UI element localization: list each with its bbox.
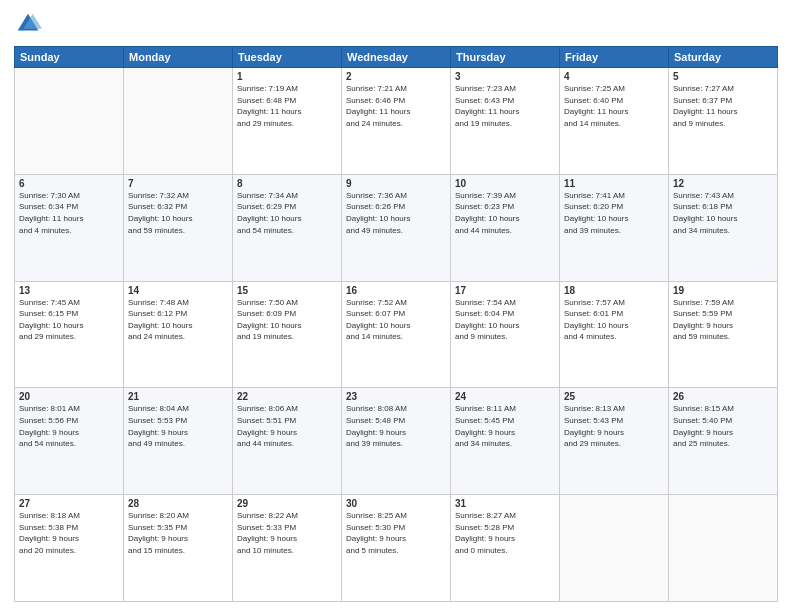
day-info: Sunrise: 8:04 AM Sunset: 5:53 PM Dayligh… [128,403,228,449]
calendar-cell [124,68,233,175]
day-number: 15 [237,285,337,296]
day-number: 17 [455,285,555,296]
day-number: 8 [237,178,337,189]
day-number: 18 [564,285,664,296]
calendar-cell [560,495,669,602]
day-info: Sunrise: 7:57 AM Sunset: 6:01 PM Dayligh… [564,297,664,343]
day-info: Sunrise: 7:21 AM Sunset: 6:46 PM Dayligh… [346,83,446,129]
day-info: Sunrise: 7:48 AM Sunset: 6:12 PM Dayligh… [128,297,228,343]
calendar-cell: 21Sunrise: 8:04 AM Sunset: 5:53 PM Dayli… [124,388,233,495]
calendar-cell [15,68,124,175]
day-number: 16 [346,285,446,296]
day-number: 14 [128,285,228,296]
calendar-week-5: 27Sunrise: 8:18 AM Sunset: 5:38 PM Dayli… [15,495,778,602]
calendar-cell: 5Sunrise: 7:27 AM Sunset: 6:37 PM Daylig… [669,68,778,175]
calendar-cell: 29Sunrise: 8:22 AM Sunset: 5:33 PM Dayli… [233,495,342,602]
calendar-week-2: 6Sunrise: 7:30 AM Sunset: 6:34 PM Daylig… [15,174,778,281]
day-number: 2 [346,71,446,82]
day-number: 19 [673,285,773,296]
calendar-cell: 27Sunrise: 8:18 AM Sunset: 5:38 PM Dayli… [15,495,124,602]
day-info: Sunrise: 7:39 AM Sunset: 6:23 PM Dayligh… [455,190,555,236]
day-info: Sunrise: 7:23 AM Sunset: 6:43 PM Dayligh… [455,83,555,129]
day-info: Sunrise: 7:41 AM Sunset: 6:20 PM Dayligh… [564,190,664,236]
calendar-week-3: 13Sunrise: 7:45 AM Sunset: 6:15 PM Dayli… [15,281,778,388]
calendar-cell: 18Sunrise: 7:57 AM Sunset: 6:01 PM Dayli… [560,281,669,388]
day-number: 21 [128,391,228,402]
day-number: 29 [237,498,337,509]
calendar-cell: 30Sunrise: 8:25 AM Sunset: 5:30 PM Dayli… [342,495,451,602]
day-info: Sunrise: 8:06 AM Sunset: 5:51 PM Dayligh… [237,403,337,449]
calendar-cell: 4Sunrise: 7:25 AM Sunset: 6:40 PM Daylig… [560,68,669,175]
calendar-cell: 23Sunrise: 8:08 AM Sunset: 5:48 PM Dayli… [342,388,451,495]
calendar-cell: 10Sunrise: 7:39 AM Sunset: 6:23 PM Dayli… [451,174,560,281]
weekday-header-monday: Monday [124,47,233,68]
calendar-table: SundayMondayTuesdayWednesdayThursdayFrid… [14,46,778,602]
day-info: Sunrise: 7:59 AM Sunset: 5:59 PM Dayligh… [673,297,773,343]
day-number: 25 [564,391,664,402]
calendar-cell: 15Sunrise: 7:50 AM Sunset: 6:09 PM Dayli… [233,281,342,388]
calendar-cell: 11Sunrise: 7:41 AM Sunset: 6:20 PM Dayli… [560,174,669,281]
calendar-cell: 3Sunrise: 7:23 AM Sunset: 6:43 PM Daylig… [451,68,560,175]
day-info: Sunrise: 7:30 AM Sunset: 6:34 PM Dayligh… [19,190,119,236]
calendar-cell: 16Sunrise: 7:52 AM Sunset: 6:07 PM Dayli… [342,281,451,388]
page-header [14,10,778,38]
day-info: Sunrise: 8:11 AM Sunset: 5:45 PM Dayligh… [455,403,555,449]
day-info: Sunrise: 8:13 AM Sunset: 5:43 PM Dayligh… [564,403,664,449]
day-info: Sunrise: 7:25 AM Sunset: 6:40 PM Dayligh… [564,83,664,129]
calendar-cell: 20Sunrise: 8:01 AM Sunset: 5:56 PM Dayli… [15,388,124,495]
weekday-header-thursday: Thursday [451,47,560,68]
logo-icon [14,10,42,38]
calendar-cell: 17Sunrise: 7:54 AM Sunset: 6:04 PM Dayli… [451,281,560,388]
calendar-cell: 8Sunrise: 7:34 AM Sunset: 6:29 PM Daylig… [233,174,342,281]
day-info: Sunrise: 7:19 AM Sunset: 6:48 PM Dayligh… [237,83,337,129]
day-info: Sunrise: 8:18 AM Sunset: 5:38 PM Dayligh… [19,510,119,556]
calendar-week-4: 20Sunrise: 8:01 AM Sunset: 5:56 PM Dayli… [15,388,778,495]
calendar-cell [669,495,778,602]
weekday-header-friday: Friday [560,47,669,68]
calendar-cell: 19Sunrise: 7:59 AM Sunset: 5:59 PM Dayli… [669,281,778,388]
day-number: 12 [673,178,773,189]
calendar-cell: 31Sunrise: 8:27 AM Sunset: 5:28 PM Dayli… [451,495,560,602]
weekday-header-wednesday: Wednesday [342,47,451,68]
day-info: Sunrise: 7:34 AM Sunset: 6:29 PM Dayligh… [237,190,337,236]
day-number: 24 [455,391,555,402]
calendar-week-1: 1Sunrise: 7:19 AM Sunset: 6:48 PM Daylig… [15,68,778,175]
day-number: 3 [455,71,555,82]
day-info: Sunrise: 8:22 AM Sunset: 5:33 PM Dayligh… [237,510,337,556]
calendar-cell: 25Sunrise: 8:13 AM Sunset: 5:43 PM Dayli… [560,388,669,495]
day-number: 7 [128,178,228,189]
day-number: 31 [455,498,555,509]
day-number: 13 [19,285,119,296]
calendar-cell: 24Sunrise: 8:11 AM Sunset: 5:45 PM Dayli… [451,388,560,495]
day-info: Sunrise: 8:27 AM Sunset: 5:28 PM Dayligh… [455,510,555,556]
day-number: 11 [564,178,664,189]
day-info: Sunrise: 7:50 AM Sunset: 6:09 PM Dayligh… [237,297,337,343]
day-number: 6 [19,178,119,189]
day-number: 23 [346,391,446,402]
day-info: Sunrise: 7:52 AM Sunset: 6:07 PM Dayligh… [346,297,446,343]
day-info: Sunrise: 7:27 AM Sunset: 6:37 PM Dayligh… [673,83,773,129]
weekday-header-row: SundayMondayTuesdayWednesdayThursdayFrid… [15,47,778,68]
calendar-cell: 14Sunrise: 7:48 AM Sunset: 6:12 PM Dayli… [124,281,233,388]
day-number: 22 [237,391,337,402]
calendar-cell: 2Sunrise: 7:21 AM Sunset: 6:46 PM Daylig… [342,68,451,175]
day-info: Sunrise: 7:54 AM Sunset: 6:04 PM Dayligh… [455,297,555,343]
day-number: 10 [455,178,555,189]
calendar-cell: 13Sunrise: 7:45 AM Sunset: 6:15 PM Dayli… [15,281,124,388]
day-info: Sunrise: 8:15 AM Sunset: 5:40 PM Dayligh… [673,403,773,449]
calendar-cell: 1Sunrise: 7:19 AM Sunset: 6:48 PM Daylig… [233,68,342,175]
day-number: 28 [128,498,228,509]
day-info: Sunrise: 8:20 AM Sunset: 5:35 PM Dayligh… [128,510,228,556]
day-number: 26 [673,391,773,402]
calendar-cell: 28Sunrise: 8:20 AM Sunset: 5:35 PM Dayli… [124,495,233,602]
day-info: Sunrise: 8:08 AM Sunset: 5:48 PM Dayligh… [346,403,446,449]
calendar-cell: 6Sunrise: 7:30 AM Sunset: 6:34 PM Daylig… [15,174,124,281]
day-number: 27 [19,498,119,509]
day-number: 30 [346,498,446,509]
day-info: Sunrise: 8:25 AM Sunset: 5:30 PM Dayligh… [346,510,446,556]
weekday-header-tuesday: Tuesday [233,47,342,68]
day-info: Sunrise: 7:32 AM Sunset: 6:32 PM Dayligh… [128,190,228,236]
logo [14,10,46,38]
day-number: 20 [19,391,119,402]
day-info: Sunrise: 7:43 AM Sunset: 6:18 PM Dayligh… [673,190,773,236]
